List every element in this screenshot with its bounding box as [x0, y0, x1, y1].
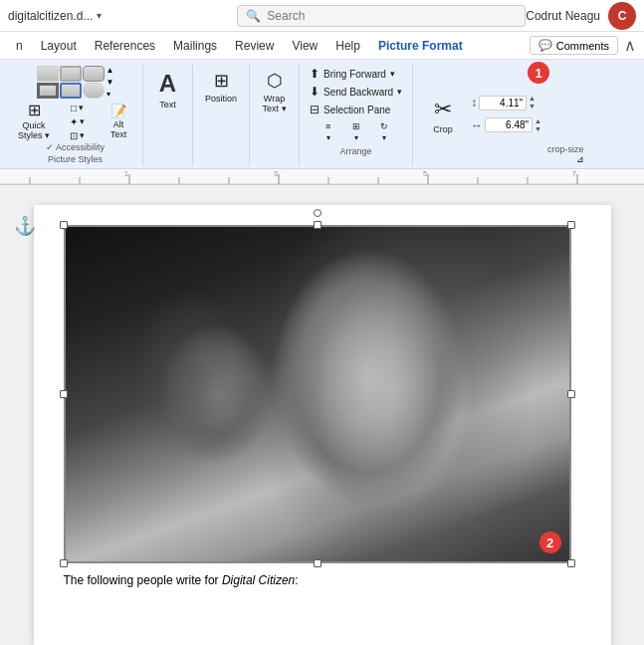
- handle-bottom-left[interactable]: [60, 559, 68, 567]
- ruler-svg: 1 3 5 7: [0, 169, 644, 185]
- handle-left-mid[interactable]: [60, 390, 68, 398]
- group-button[interactable]: ⊞ ▾: [344, 119, 368, 144]
- accessibility-label: ✓ Accessibility: [46, 142, 105, 152]
- position-button[interactable]: ⊞ Position: [199, 66, 243, 108]
- alt-text-icon: 📝: [110, 105, 126, 117]
- alt-text-button[interactable]: 📝 AltText: [101, 103, 136, 141]
- anchor-icon: ⚓: [14, 215, 36, 237]
- crop-group: ✂ Crop: [419, 66, 467, 164]
- nav-item-view[interactable]: View: [284, 35, 325, 57]
- style-thumb-4[interactable]: [37, 83, 59, 99]
- size-section-label: crop-size: [547, 144, 584, 154]
- style-scroll-more[interactable]: ▾: [107, 90, 114, 99]
- picture-styles-buttons: ⊞ QuickStyles ▾ □ ▾ ✦ ▾: [14, 101, 136, 142]
- title-bar-left: digitalcitizen.d... ▾: [8, 9, 237, 23]
- height-up[interactable]: ▲: [529, 95, 536, 103]
- handle-right-mid[interactable]: [567, 390, 575, 398]
- group-icon: ⊞: [352, 121, 360, 131]
- picture-layout-button[interactable]: ⊡ ▾: [67, 129, 88, 142]
- app-window: digitalcitizen.d... ▾ 🔍 Codrut Neagu C n…: [0, 0, 644, 645]
- ribbon-section-text: A Text: [143, 64, 193, 166]
- document-page: ⚓: [34, 205, 611, 645]
- picture-border-icon: □: [71, 103, 77, 113]
- nav-item-picture-format[interactable]: Picture Format: [370, 35, 471, 57]
- wrap-text-icon: ⬡: [267, 70, 283, 92]
- handle-bottom-mid[interactable]: [314, 559, 322, 567]
- align-button[interactable]: ≡ ▾: [317, 119, 340, 144]
- width-row: ↔ ▲ ▼: [471, 117, 541, 134]
- style-scroll-up[interactable]: ▲: [107, 66, 114, 75]
- size-dialog-launcher[interactable]: ⊿: [576, 154, 584, 164]
- search-box[interactable]: 🔍: [237, 5, 526, 27]
- nav-item-n[interactable]: n: [8, 35, 31, 57]
- send-backward-arrow: ▾: [397, 87, 402, 97]
- width-down[interactable]: ▼: [535, 125, 541, 133]
- send-backward-button[interactable]: ⬇ Send Backward ▾: [306, 84, 406, 100]
- svg-text:5: 5: [423, 170, 427, 177]
- picture-effects-button[interactable]: ✦ ▾: [67, 115, 88, 128]
- selection-pane-button[interactable]: ⊟ Selection Pane: [306, 102, 406, 117]
- svg-text:1: 1: [124, 170, 128, 177]
- search-input[interactable]: [267, 9, 466, 23]
- ribbon-section-crop-size: ✂ Crop ↕ ▲ ▼ ↔: [413, 64, 589, 166]
- height-input[interactable]: [479, 96, 527, 110]
- style-thumb-5[interactable]: [60, 83, 82, 99]
- nav-item-layout[interactable]: Layout: [33, 35, 85, 57]
- handle-top-right[interactable]: [567, 221, 575, 229]
- image-container[interactable]: 2: [64, 225, 571, 563]
- style-thumb-3[interactable]: [83, 66, 105, 82]
- ribbon-section-position: ⊞ Position: [193, 64, 250, 166]
- width-spinner: ▲ ▼: [535, 117, 541, 134]
- ribbon-sections: ▲ ▼ ▾ ⊞ QuickStyles ▾ □: [8, 64, 636, 166]
- rotate-button[interactable]: ↻ ▾: [372, 119, 396, 144]
- badge-1: 1: [528, 62, 549, 84]
- width-up[interactable]: ▲: [535, 117, 541, 125]
- ribbon-section-arrange: ⬆ Bring Forward ▾ ⬇ Send Backward ▾ ⊟ Se…: [300, 64, 413, 166]
- nav-item-help[interactable]: Help: [327, 35, 368, 57]
- picture-effects-icon: ✦: [70, 116, 78, 127]
- bring-forward-arrow: ▾: [390, 69, 395, 79]
- handle-top-mid[interactable]: [314, 221, 322, 229]
- wrap-text-button[interactable]: ⬡ WrapText ▾: [257, 66, 293, 117]
- nav-item-mailings[interactable]: Mailings: [165, 35, 225, 57]
- ribbon-collapse-icon[interactable]: ∧: [624, 36, 636, 55]
- nav-item-review[interactable]: Review: [227, 35, 282, 57]
- text-button[interactable]: A Text: [153, 66, 182, 113]
- crop-label: Crop: [433, 124, 453, 134]
- align-icon: ≡: [325, 121, 330, 131]
- handle-bottom-right[interactable]: [567, 559, 575, 567]
- width-icon: ↔: [471, 118, 483, 132]
- style-scroll-down[interactable]: ▼: [107, 78, 114, 87]
- style-thumb-1[interactable]: [37, 66, 59, 82]
- bottom-text-italic: Digital Citizen: [222, 573, 295, 587]
- align-rotate-row: ≡ ▾ ⊞ ▾ ↻ ▾: [317, 119, 396, 144]
- user-name: Codrut Neagu: [526, 9, 600, 23]
- style-thumb-6[interactable]: [83, 83, 105, 99]
- quick-styles-button[interactable]: ⊞ QuickStyles ▾: [14, 101, 54, 142]
- handle-top-left[interactable]: [60, 221, 68, 229]
- bring-forward-icon: ⬆: [310, 67, 320, 81]
- crop-icon: ✂: [434, 97, 452, 122]
- comments-button[interactable]: 💬 Comments: [530, 36, 618, 55]
- width-input[interactable]: [485, 117, 533, 132]
- size-section-end: crop-size ⊿: [547, 66, 584, 164]
- crop-button[interactable]: ✂ Crop: [423, 93, 463, 138]
- svg-text:7: 7: [572, 170, 576, 177]
- document-area: ⚓: [0, 185, 644, 645]
- nav-item-references[interactable]: References: [87, 35, 163, 57]
- nav-bar: n Layout References Mailings Review View…: [0, 32, 644, 60]
- svg-text:3: 3: [274, 170, 278, 177]
- picture-border-button[interactable]: □ ▾: [67, 102, 88, 114]
- text-section-label: [166, 115, 169, 125]
- height-down[interactable]: ▼: [529, 103, 536, 110]
- bring-forward-button[interactable]: ⬆ Bring Forward ▾: [306, 66, 406, 82]
- title-bar: digitalcitizen.d... ▾ 🔍 Codrut Neagu C: [0, 0, 644, 32]
- svg-rect-0: [0, 169, 644, 185]
- picture-layout-icon: ⊡: [70, 130, 78, 141]
- height-row: ↕ ▲ ▼: [471, 95, 541, 111]
- rotation-handle[interactable]: [314, 209, 322, 217]
- doc-title: digitalcitizen.d...: [8, 9, 93, 23]
- style-thumb-2[interactable]: [60, 66, 82, 82]
- send-backward-icon: ⬇: [310, 85, 320, 99]
- doc-dropdown-arrow[interactable]: ▾: [97, 10, 102, 21]
